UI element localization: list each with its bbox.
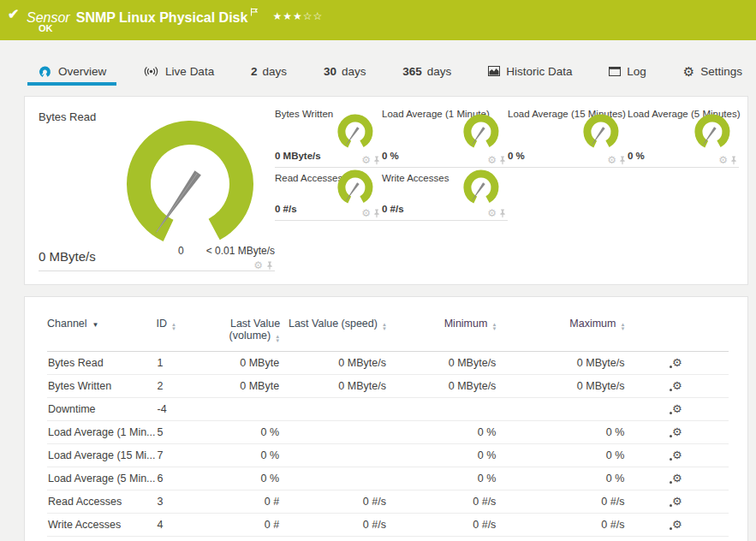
minimum-value: 0 % bbox=[387, 421, 497, 444]
last-value-speed bbox=[280, 444, 387, 467]
tab-30-days[interactable]: 30 days bbox=[313, 60, 377, 86]
header-label: Minimum bbox=[444, 318, 488, 330]
column-header-last-value-volume[interactable]: Last Value (volume)▲▼ bbox=[204, 318, 280, 352]
minimum-value: 0 MByte/s bbox=[387, 352, 497, 375]
last-value-volume: 0 % bbox=[204, 467, 280, 490]
column-header-id[interactable]: ID▲▼ bbox=[157, 318, 204, 352]
column-header-maximum[interactable]: Maximum▲▼ bbox=[497, 318, 625, 352]
tab-label: days bbox=[427, 65, 452, 78]
channel-name: Read Accesses bbox=[47, 490, 157, 514]
channel-table: Channel▼ ID▲▼ Last Value (volume)▲▼ Last… bbox=[47, 318, 729, 537]
chart-icon bbox=[488, 66, 500, 76]
channel-settings-icon[interactable]: ⚙ bbox=[672, 519, 682, 530]
minimum-value bbox=[387, 398, 497, 421]
priority-stars[interactable]: ★★★☆☆ bbox=[272, 10, 323, 22]
gear-icon[interactable]: ⚙ bbox=[718, 155, 728, 165]
pin-icon[interactable] bbox=[730, 156, 737, 165]
maximum-value bbox=[497, 398, 625, 421]
tab-settings[interactable]: ⚙ Settings bbox=[673, 60, 753, 86]
tab-365-days[interactable]: 365 days bbox=[392, 60, 461, 86]
column-header-minimum[interactable]: Minimum▲▼ bbox=[387, 318, 497, 352]
status-ok-check-icon: ✔ bbox=[8, 6, 19, 22]
tab-historic-data[interactable]: Historic Data bbox=[478, 60, 582, 86]
last-value-speed bbox=[280, 467, 387, 490]
table-row-read-accesses: Read Accesses 3 0 # 0 #/s 0 #/s 0 #/s ⚙ bbox=[47, 490, 729, 514]
gear-icon[interactable]: ⚙ bbox=[253, 260, 263, 270]
column-header-last-value-speed[interactable]: Last Value (speed)▲▼ bbox=[280, 318, 387, 352]
pin-icon[interactable] bbox=[266, 261, 273, 270]
tab-label: Live Data bbox=[165, 65, 214, 78]
maximum-value: 0 MByte/s bbox=[497, 352, 625, 375]
channel-settings-icon[interactable]: ⚙ bbox=[672, 449, 682, 461]
gauge-current-value: 0 % bbox=[628, 151, 645, 161]
minimum-value: 0 % bbox=[387, 467, 497, 490]
broadcast-icon bbox=[143, 66, 159, 77]
minimum-value: 0 % bbox=[387, 444, 497, 467]
gauge-dial bbox=[334, 169, 377, 208]
channel-id: 3 bbox=[157, 490, 204, 514]
tab-log[interactable]: Log bbox=[598, 60, 657, 86]
sensor-page: ✔ SensorSNMP Linux Physical Disk★★★☆☆ OK… bbox=[0, 0, 756, 541]
last-value-volume: 0 MByte bbox=[204, 375, 280, 398]
last-value-speed: 0 #/s bbox=[280, 514, 387, 537]
table-row-load-average-5min: Load Average (5 Min... 6 0 % 0 % 0 % ⚙ bbox=[47, 467, 729, 490]
column-header-actions bbox=[625, 318, 729, 352]
gauges-panel: Bytes Read 0 MByte/s 0 < 0.01 MByte/s ⚙ … bbox=[24, 96, 748, 285]
header-label: (volume) bbox=[229, 330, 271, 342]
channel-settings-icon[interactable]: ⚙ bbox=[672, 473, 682, 484]
gear-icon[interactable]: ⚙ bbox=[487, 208, 497, 218]
gauge-dial bbox=[691, 113, 734, 152]
tab-number: 2 bbox=[251, 65, 258, 78]
gear-icon[interactable]: ⚙ bbox=[361, 155, 371, 165]
tab-live-data[interactable]: Live Data bbox=[133, 60, 224, 86]
maximum-value: 0 #/s bbox=[497, 514, 625, 537]
pin-icon[interactable] bbox=[373, 156, 380, 165]
tab-label: days bbox=[263, 65, 288, 78]
last-value-speed: 0 #/s bbox=[280, 490, 387, 514]
maximum-value: 0 #/s bbox=[497, 490, 625, 514]
minimum-value: 0 #/s bbox=[387, 514, 497, 537]
sort-desc-icon: ▼ bbox=[92, 321, 99, 329]
channel-name: Load Average (15 Mi... bbox=[47, 444, 157, 467]
last-value-volume: 0 % bbox=[204, 444, 280, 467]
gauge-current-value: 0 #/s bbox=[275, 204, 297, 214]
gauge-scale-min: 0 bbox=[178, 245, 184, 257]
channel-name: Bytes Read bbox=[47, 352, 157, 375]
channel-settings-icon[interactable]: ⚙ bbox=[672, 496, 682, 507]
maximum-value: 0 % bbox=[497, 467, 625, 490]
channel-settings-icon[interactable]: ⚙ bbox=[672, 380, 682, 391]
gauge-current-value: 0 #/s bbox=[382, 204, 404, 214]
gauge-current-value: 0 % bbox=[382, 151, 399, 161]
gauge-tile-bytes-read: Bytes Read 0 MByte/s 0 < 0.01 MByte/s ⚙ bbox=[39, 104, 275, 271]
gear-icon[interactable]: ⚙ bbox=[607, 155, 616, 165]
tab-2-days[interactable]: 2 days bbox=[241, 60, 297, 86]
channel-settings-icon[interactable]: ⚙ bbox=[672, 426, 682, 437]
tab-label: Settings bbox=[700, 65, 742, 78]
gauge-tile-bytes-written: Bytes Written 0 MByte/s ⚙ bbox=[275, 104, 382, 168]
header-label: Maximum bbox=[569, 318, 616, 330]
tab-number: 30 bbox=[324, 65, 336, 78]
gauge-tile-load-average-5min: Load Average (5 Minutes) 0 % ⚙ bbox=[628, 104, 739, 168]
table-row-bytes-read: Bytes Read 1 0 MByte 0 MByte/s 0 MByte/s… bbox=[47, 352, 729, 375]
last-value-speed: 0 MByte/s bbox=[280, 375, 387, 398]
channel-id: 6 bbox=[157, 467, 204, 490]
pin-icon[interactable] bbox=[499, 156, 506, 165]
sensor-tab-bar: Overview Live Data 2 days 30 days 365 da… bbox=[27, 60, 753, 86]
maximum-value: 0 MByte/s bbox=[497, 375, 625, 398]
pin-icon[interactable] bbox=[619, 156, 626, 165]
column-header-channel[interactable]: Channel▼ bbox=[47, 318, 157, 352]
mini-gauge-grid: Bytes Written 0 MByte/s ⚙ Load Average (… bbox=[275, 104, 739, 221]
last-value-speed bbox=[280, 421, 387, 444]
pin-icon[interactable] bbox=[499, 209, 506, 218]
gauge-scale-max: < 0.01 MByte/s bbox=[206, 245, 275, 257]
gauge-tile-read-accesses: Read Accesses 0 #/s ⚙ bbox=[275, 168, 382, 221]
channel-settings-icon[interactable]: ⚙ bbox=[672, 403, 682, 414]
gear-icon[interactable]: ⚙ bbox=[361, 208, 371, 218]
channel-table-panel: Channel▼ ID▲▼ Last Value (volume)▲▼ Last… bbox=[24, 296, 748, 541]
gear-icon[interactable]: ⚙ bbox=[487, 155, 497, 165]
sensor-title-line: SensorSNMP Linux Physical Disk★★★☆☆ bbox=[27, 4, 323, 26]
tab-overview[interactable]: Overview bbox=[27, 60, 116, 86]
pin-icon[interactable] bbox=[373, 209, 380, 218]
gauge-dial bbox=[460, 113, 503, 152]
channel-settings-icon[interactable]: ⚙ bbox=[672, 357, 682, 368]
